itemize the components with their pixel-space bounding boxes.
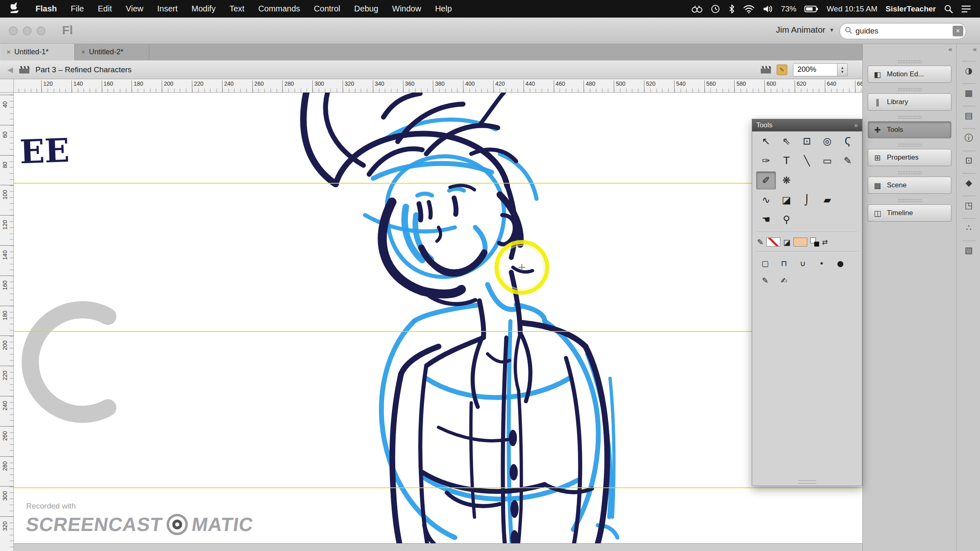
paint-bucket-tool[interactable]: ◪ [777, 191, 796, 209]
zoom-window-button[interactable] [37, 27, 45, 35]
clear-search-button[interactable]: × [953, 26, 963, 36]
dock-motion-ed-button[interactable]: ◧Motion Ed... [868, 66, 951, 83]
code-snippets-panel-button[interactable]: ◆ [957, 176, 980, 190]
tab-close-icon[interactable]: × [81, 48, 85, 56]
notification-center-icon[interactable] [961, 5, 971, 13]
text-tool[interactable]: T [777, 152, 796, 170]
menu-control[interactable]: Control [307, 0, 347, 18]
hand-tool[interactable]: ☚ [756, 211, 776, 229]
bluetooth-icon[interactable] [728, 4, 735, 14]
zoom-control[interactable]: 200% ▲ ▼ [793, 63, 848, 76]
object-drawing-toggle[interactable]: ▢ [756, 256, 774, 271]
info-panel-button[interactable]: ⓘ [957, 131, 980, 145]
panel-grip[interactable] [898, 60, 922, 63]
time-machine-icon[interactable] [710, 4, 720, 14]
guide-line[interactable] [14, 487, 862, 488]
collapse-strip-icon[interactable]: « [973, 45, 977, 53]
motion-presets-panel-button[interactable]: ∴ [957, 221, 980, 235]
menu-text[interactable]: Text [223, 0, 252, 18]
stage-canvas[interactable]: EE [14, 93, 862, 551]
brush-size-option[interactable]: • [813, 256, 831, 271]
fast-user-switch[interactable]: SislerTeacher [886, 4, 936, 13]
stepper-up-icon[interactable]: ▲ [841, 66, 844, 70]
smoothing-option[interactable]: ✎ [756, 273, 774, 288]
panel-grip[interactable] [963, 196, 975, 196]
pen-tool[interactable]: ✑ [756, 152, 776, 170]
panel-resize-grip[interactable] [798, 480, 816, 484]
panel-grip[interactable] [963, 128, 975, 129]
line-tool[interactable]: ╲ [797, 152, 817, 170]
rectangle-tool[interactable]: ▭ [817, 152, 837, 170]
edit-scene-button[interactable] [761, 66, 771, 73]
lasso-tool[interactable]: Ϛ [838, 132, 858, 150]
document-tab[interactable]: ×Untitled-2* [75, 44, 149, 60]
align-panel-button[interactable]: ▤ [957, 109, 980, 122]
menu-debug[interactable]: Debug [347, 0, 385, 18]
minimize-window-button[interactable] [23, 27, 31, 35]
menu-commands[interactable]: Commands [252, 0, 307, 18]
dock-timelinebutton[interactable]: ◫Timeline [868, 204, 951, 222]
threed-rotation-tool[interactable]: ◎ [817, 132, 837, 150]
brush-tool[interactable]: ✐ [756, 171, 776, 189]
help-search-field[interactable]: guides × [840, 23, 966, 39]
tools-panel-header[interactable]: Tools » [752, 119, 862, 131]
menu-help[interactable]: Help [428, 0, 459, 18]
zoom-value[interactable]: 200% [793, 64, 837, 76]
guide-line[interactable] [14, 331, 862, 332]
eraser-tool[interactable]: ▰ [817, 191, 837, 209]
guide-line[interactable] [14, 183, 862, 184]
free-transform-tool[interactable]: ⊡ [797, 132, 817, 150]
menu-bar-clock[interactable]: Wed 10:15 AM [826, 4, 877, 13]
tilt-option[interactable]: ✍ [775, 273, 793, 288]
vertical-ruler[interactable]: 4060801001201401601802002202402602803003… [0, 93, 14, 551]
menu-insert[interactable]: Insert [150, 0, 185, 18]
binoculars-icon[interactable] [692, 5, 702, 13]
fill-color-swatch[interactable] [793, 238, 807, 247]
collapse-dock-icon[interactable]: « [949, 45, 952, 53]
panel-grip[interactable] [898, 144, 922, 147]
zoom-tool[interactable]: ⚲ [777, 211, 796, 229]
horizontal-ruler[interactable]: 1201401601802002202402602803003203403603… [14, 79, 862, 93]
lock-fill-toggle[interactable]: ⊓ [775, 256, 793, 271]
panel-grip[interactable] [963, 173, 975, 174]
menu-flash[interactable]: Flash [29, 0, 64, 18]
panel-grip[interactable] [963, 240, 975, 241]
dock-propertiesbutton[interactable]: ⊞Properties [868, 149, 951, 166]
dock-toolsbutton[interactable]: ✚Tools [868, 121, 951, 138]
components-panel-button[interactable]: ◳ [957, 198, 980, 212]
subselection-tool[interactable]: ⇖ [777, 132, 796, 150]
horizontal-scrollbar[interactable] [14, 543, 862, 551]
black-and-white-button[interactable] [810, 238, 819, 247]
panel-grip[interactable] [963, 106, 975, 107]
battery-icon[interactable] [804, 5, 818, 13]
document-tab[interactable]: ×Untitled-1* [0, 44, 75, 60]
zoom-stepper[interactable]: ▲ ▼ [837, 64, 847, 76]
swap-colors-button[interactable]: ⇄ [822, 238, 828, 247]
close-window-button[interactable] [9, 27, 18, 35]
panel-grip[interactable] [898, 88, 922, 91]
swatches-panel-button[interactable]: ▦ [957, 86, 980, 100]
menu-file[interactable]: File [64, 0, 91, 18]
panel-grip[interactable] [963, 151, 975, 151]
selection-tool[interactable]: ↖ [756, 132, 776, 150]
back-button[interactable]: ◀ [7, 65, 13, 74]
brush-mode-option[interactable]: ∪ [794, 256, 812, 271]
panel-grip[interactable] [963, 218, 975, 219]
dock-librarybutton[interactable]: ∥Library [868, 93, 951, 111]
stroke-color-swatch[interactable] [766, 238, 780, 247]
bone-tool[interactable]: ∿ [756, 191, 776, 209]
stepper-down-icon[interactable]: ▼ [841, 70, 844, 74]
panel-grip[interactable] [898, 171, 922, 174]
dock-scenebutton[interactable]: ▦Scene [868, 177, 951, 194]
panel-grip[interactable] [898, 116, 922, 119]
panel-collapse-icon[interactable]: » [854, 122, 858, 129]
menu-window[interactable]: Window [385, 0, 428, 18]
edit-scene-icon[interactable] [19, 66, 29, 73]
spotlight-icon[interactable] [944, 4, 953, 13]
deco-tool[interactable]: ❋ [777, 171, 796, 189]
wifi-icon[interactable] [743, 4, 755, 13]
tab-close-icon[interactable]: × [7, 48, 11, 56]
apple-menu[interactable] [0, 2, 29, 15]
pencil-tool[interactable]: ✎ [838, 152, 858, 170]
edit-symbol-button[interactable]: ✎ [777, 64, 787, 75]
